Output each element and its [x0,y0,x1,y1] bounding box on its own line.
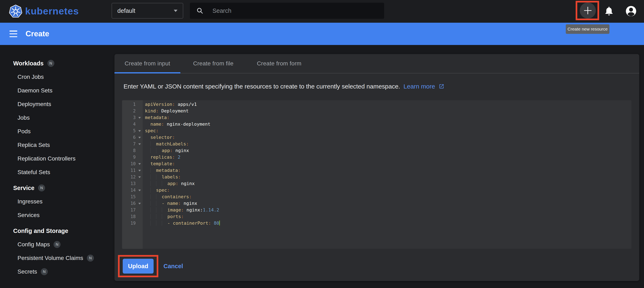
sidebar-item-persistent-volume-claims[interactable]: Persistent Volume ClaimsN [13,251,114,265]
code-line: metadata: [143,114,170,121]
sidebar-section-header-service[interactable]: ServiceN [13,181,114,195]
sidebar-item-daemon-sets[interactable]: Daemon Sets [13,84,114,97]
page-title: Create [26,30,49,38]
indent-guide [145,221,150,226]
notifications-button[interactable] [603,0,615,23]
tab-create-from-form[interactable]: Create from form [246,54,312,73]
section-label: Config and Storage [13,228,68,234]
yaml-editor[interactable]: 1apiVersion: apps/v12kind: Deployment3me… [122,100,632,249]
fold-arrow-icon[interactable] [138,130,141,132]
sidebar-section-workloads: WorkloadsNCron JobsDaemon SetsDeployment… [13,57,114,179]
sidebar-item-config-maps[interactable]: Config MapsN [13,238,114,251]
token-colon: : [186,141,189,147]
sidebar-section-header-config-and-storage[interactable]: Config and Storage [13,224,114,238]
token-key: app [162,148,170,153]
item-label: Daemon Sets [18,87,52,94]
namespace-select[interactable]: default [112,3,183,19]
indent-guide [156,181,162,186]
code-line: apiVersion: apps/v1 [143,101,197,108]
new-badge: N [41,268,48,275]
cancel-button[interactable]: Cancel [164,263,183,270]
sidebar-item-pods[interactable]: Pods [13,125,114,138]
sidebar-item-stateful-sets[interactable]: Stateful Sets [13,166,114,179]
indent-guide [156,201,162,206]
fold-arrow-icon[interactable] [138,190,141,191]
code-line: app: nginx [143,147,189,154]
editor-line-1: 1apiVersion: apps/v1 [122,101,632,108]
token-plain: nginx [178,181,194,186]
text-cursor [219,221,220,225]
indent-guide [145,155,150,160]
line-number: 12 [122,174,143,180]
code-line: kind: Deployment [143,108,188,114]
fold-arrow-icon[interactable] [138,176,141,178]
token-colon: : [176,181,178,186]
line-number: 1 [122,101,143,108]
sidebar-item-cron-jobs[interactable]: Cron Jobs [13,70,114,84]
token-num: 80 [211,221,219,226]
code-line: spec: [143,127,158,134]
token-key: metadata [145,115,167,120]
code-line: ports: [143,213,184,220]
new-badge: N [38,184,45,191]
editor-line-6: 6 selector: [122,134,632,141]
token-plain: apps/v1 [175,102,197,107]
learn-more-link[interactable]: Learn more [404,83,444,90]
sidebar-item-secrets[interactable]: SecretsN [13,265,114,278]
token-key: metadata [156,168,178,173]
token-key: selector [150,135,172,140]
indent-guide [145,181,150,186]
actions-row: Upload Cancel [123,259,639,273]
indent-guide [145,201,150,206]
indent-guide [145,148,150,153]
token-key: image [168,207,181,212]
line-number: 9 [122,154,143,161]
fold-arrow-icon[interactable] [138,170,141,172]
code-line: spec: [143,187,170,194]
editor-line-12: 12 labels: [122,174,632,180]
token-colon: : [172,161,175,166]
token-colon: : [172,102,175,107]
new-badge: N [87,255,94,262]
token-key: apiVersion [145,102,172,107]
line-number: 5 [122,127,143,134]
editor-line-19: 19 - containerPort: 80 [122,220,632,227]
tab-bar: Create from inputCreate from fileCreate … [114,54,639,73]
editor-line-3: 3metadata: [122,114,632,121]
search-box[interactable] [190,3,384,19]
menu-button[interactable] [10,31,17,37]
fold-arrow-icon[interactable] [138,137,141,138]
line-number: 19 [122,220,143,227]
sidebar-item-replica-sets[interactable]: Replica Sets [13,138,114,152]
code-line: app: nginx [143,180,194,187]
sidebar-section-header-workloads[interactable]: WorkloadsN [13,57,114,70]
sidebar-item-deployments[interactable]: Deployments [13,97,114,111]
line-number: 15 [122,194,143,200]
sidebar-item-services[interactable]: Services [13,208,114,222]
item-label: Replica Sets [18,142,50,148]
tab-create-from-file[interactable]: Create from file [180,54,246,73]
token-colon: : [172,155,175,160]
code-line: template: [143,161,175,167]
create-new-resource-button[interactable] [580,3,596,19]
upload-button[interactable]: Upload [123,259,154,273]
sidebar-item-replication-controllers[interactable]: Replication Controllers [13,152,114,166]
line-number: 13 [122,180,143,187]
fold-arrow-icon[interactable] [138,117,141,119]
account-button[interactable] [625,0,638,23]
sidebar-item-jobs[interactable]: Jobs [13,111,114,125]
code-line: metadata: [143,167,180,174]
token-colon: : [167,115,170,120]
item-label: Ingresses [18,198,42,205]
tab-create-from-input[interactable]: Create from input [114,54,180,73]
fold-arrow-icon[interactable] [138,163,141,165]
item-label: Secrets [18,268,37,275]
token-plain: nginx: [184,207,203,212]
sidebar-item-ingresses[interactable]: Ingresses [13,195,114,208]
fold-arrow-icon[interactable] [138,203,141,204]
editor-line-11: 11 metadata: [122,167,632,174]
token-key: matchLabels [156,141,186,147]
fold-arrow-icon[interactable] [138,143,141,145]
search-input[interactable] [212,7,378,15]
line-number: 8 [122,147,143,154]
